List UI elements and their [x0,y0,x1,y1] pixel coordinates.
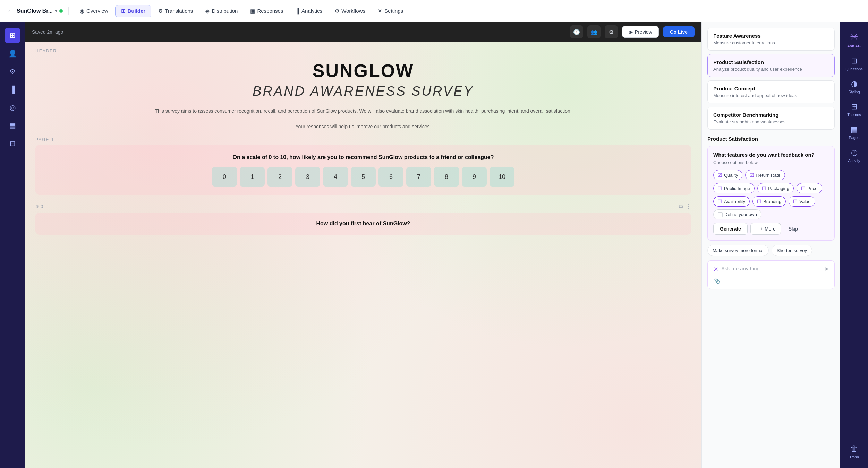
survey-content: HEADER SUNGLOW BRAND AWARENESS SURVEY Th… [25,42,701,468]
far-right-styling[interactable]: ◑ Styling [842,76,866,97]
canvas-toolbar: Saved 2m ago 🕐 👥 ⚙ ◉ Preview Go Live [25,22,701,42]
users-button[interactable]: 👥 [587,25,601,38]
back-button[interactable]: ← [7,7,14,15]
chevron-down-icon[interactable]: ▾ [55,8,57,14]
ai-card-title: What features do you want feedback on? [713,152,829,158]
sidebar-icon-record[interactable]: ◎ [5,100,20,115]
preview-button[interactable]: ◉ Preview [622,26,659,38]
far-right-sidebar: ✳ Ask Ai+ ⊞ Questions ◑ Styling ⊞ Themes… [840,22,868,468]
tab-settings[interactable]: ✕Settings [372,5,409,17]
survey-desc-para2: Your responses will help us improve our … [53,123,674,130]
suggestion-formal[interactable]: Make survey more formal [707,245,769,256]
chip-packaging[interactable]: ☑Packaging [757,183,794,193]
pages-icon: ▤ [851,125,858,134]
survey-canvas: Saved 2m ago 🕐 👥 ⚙ ◉ Preview Go Live HEA… [25,22,701,468]
activity-icon: ◷ [851,148,858,157]
duplicate-button[interactable]: ⧉ [679,203,683,210]
ai-chat[interactable]: ✳ Ask me anything ➤ 📎 [707,260,835,289]
ai-card-subtitle: Choose options below [713,160,829,165]
feature-awareness-desc: Measure customer interactions [713,40,829,45]
nav-divider [68,7,69,15]
suggestion-shorten[interactable]: Shorten survey [772,245,812,256]
chip-define-your-own[interactable]: Define your own [713,209,761,219]
tab-overview[interactable]: ◉Overview [74,5,114,17]
nps-6[interactable]: 6 [378,167,403,187]
survey-type-competitor-benchmarking[interactable]: Competitor Benchmarking Evaluate strengh… [707,107,835,130]
themes-icon: ⊞ [851,102,857,111]
questions-label: Questions [845,67,863,71]
check-icon: ☑ [801,185,806,191]
sidebar-icon-inbox[interactable]: ⊟ [5,136,20,151]
more-options-button[interactable]: ⋮ [686,203,691,210]
far-right-questions[interactable]: ⊞ Questions [842,53,866,75]
nps-1[interactable]: 1 [240,167,265,187]
competitor-benchmarking-title: Competitor Benchmarking [713,112,829,118]
analytics-icon: ▐ [296,8,299,14]
nps-4[interactable]: 4 [323,167,348,187]
survey-type-feature-awareness[interactable]: Feature Awareness Measure customer inter… [707,28,835,51]
nps-scale: 0 1 2 3 4 5 6 7 8 9 10 [44,167,683,187]
far-right-trash[interactable]: 🗑 Trash [842,441,866,462]
nps-3[interactable]: 3 [295,167,320,187]
page-label: PAGE 1 [25,130,701,145]
product-concept-title: Product Concept [713,86,829,92]
nps-7[interactable]: 7 [406,167,431,187]
survey-title: SUNGLOW BRAND AWARENESS SURVEY [25,53,701,99]
check-icon: ☑ [793,199,798,204]
tab-responses[interactable]: ▣Responses [245,5,289,17]
chip-availability[interactable]: ☑Availability [713,196,750,207]
nps-2[interactable]: 2 [267,167,292,187]
survey-title-line2: BRAND AWARENESS SURVEY [39,84,688,99]
question-block-1: On a scale of 0 to 10, how likely are yo… [35,145,691,195]
history-button[interactable]: 🕐 [570,25,583,38]
chip-return-rate[interactable]: ☑Return Rate [745,170,785,180]
ai-chat-placeholder: Ask me anything [721,266,822,271]
left-sidebar: ⊞ 👤 ⚙ ▐ ◎ ▤ ⊟ [0,22,25,468]
attachment-icon[interactable]: 📎 [713,277,720,284]
tab-workflows[interactable]: ⚙Workflows [329,5,371,17]
ai-chat-input: ✳ Ask me anything ➤ [713,266,829,273]
generate-button[interactable]: Generate [713,223,748,235]
nps-10[interactable]: 10 [490,167,514,187]
header-label: HEADER [25,42,701,53]
chip-value[interactable]: ☑Value [789,196,815,207]
check-icon: ☑ [718,172,722,178]
ask-ai-button[interactable]: ✳ Ask Ai+ [844,28,865,52]
nps-5[interactable]: 5 [351,167,376,187]
ask-ai-label: Ask Ai+ [847,44,861,48]
skip-button[interactable]: Skip [784,223,803,234]
nps-9[interactable]: 9 [462,167,487,187]
tab-translations[interactable]: ⚙Translations [153,5,198,17]
sidebar-icon-doc[interactable]: ▤ [5,118,20,133]
saved-indicator: Saved 2m ago [32,29,63,35]
sidebar-icon-chart[interactable]: ▐ [5,82,20,97]
check-icon: ☑ [757,199,761,204]
chip-price[interactable]: ☑Price [797,183,822,193]
chip-branding[interactable]: ☑Branding [752,196,786,207]
question-footer: ❄ 0 ⧉ ⋮ [25,200,701,213]
chip-quality[interactable]: ☑Quality [713,170,742,180]
chip-public-image[interactable]: ☑Public Image [713,183,755,193]
trash-icon: 🗑 [850,444,858,453]
send-icon[interactable]: ➤ [824,266,829,272]
nps-8[interactable]: 8 [434,167,459,187]
survey-type-product-concept[interactable]: Product Concept Measure interest and app… [707,80,835,103]
sidebar-icon-user[interactable]: 👤 [5,46,20,61]
tab-analytics[interactable]: ▐Analytics [290,5,328,17]
right-panel-scroll: Feature Awareness Measure customer inter… [702,22,840,468]
more-button[interactable]: + + More [750,223,781,235]
check-icon: ☑ [718,185,722,191]
sidebar-icon-home[interactable]: ⊞ [5,28,20,43]
far-right-activity[interactable]: ◷ Activity [842,145,866,166]
tab-builder[interactable]: ⊞Builder [115,5,152,17]
translations-icon: ⚙ [158,8,163,14]
far-right-pages[interactable]: ▤ Pages [842,122,866,143]
survey-type-product-satisfaction[interactable]: Product Satisfaction Analyze product qua… [707,54,835,77]
feature-awareness-title: Feature Awareness [713,33,829,39]
tab-distribution[interactable]: ◈Distribution [200,5,243,17]
sidebar-icon-settings[interactable]: ⚙ [5,64,20,79]
nps-0[interactable]: 0 [212,167,237,187]
gear-button[interactable]: ⚙ [605,25,618,38]
golive-button[interactable]: Go Live [663,26,695,37]
far-right-themes[interactable]: ⊞ Themes [842,99,866,120]
